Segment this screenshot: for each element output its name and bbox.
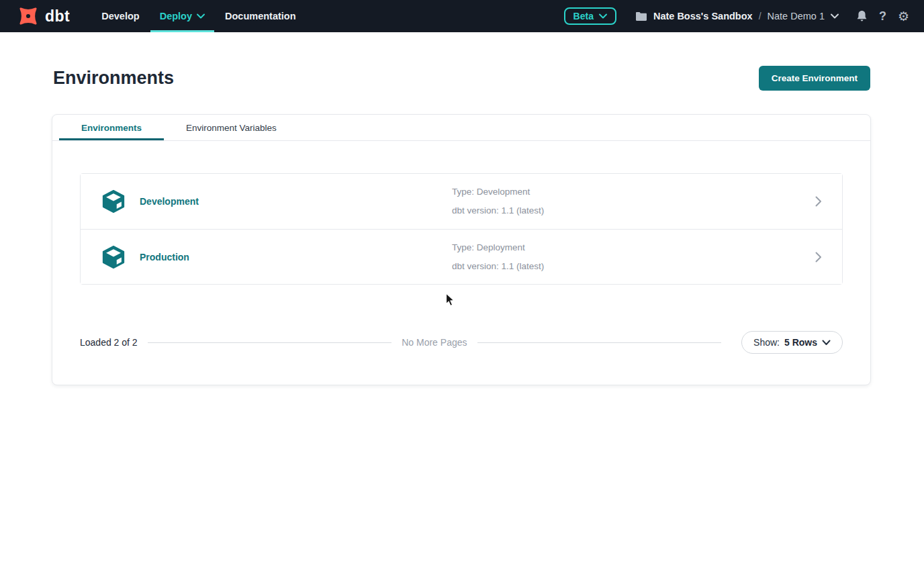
active-nav-underline xyxy=(150,30,214,32)
nav-item-documentation[interactable]: Documentation xyxy=(215,0,306,32)
environment-name[interactable]: Development xyxy=(140,196,452,207)
environments-card: Environments Environment Variables Devel… xyxy=(52,114,871,385)
no-more-pages-text: No More Pages xyxy=(402,337,467,348)
tab-environment-variables[interactable]: Environment Variables xyxy=(164,115,299,140)
bell-icon[interactable] xyxy=(856,10,868,23)
tab-environments[interactable]: Environments xyxy=(59,115,164,140)
beta-dropdown-button[interactable]: Beta xyxy=(564,7,616,25)
rows-per-page-dropdown[interactable]: Show: 5 Rows xyxy=(741,331,843,354)
environment-type: Type: Deployment xyxy=(452,238,815,257)
environment-cube-icon xyxy=(101,189,126,214)
environment-cube-icon xyxy=(101,244,126,270)
beta-label: Beta xyxy=(573,11,594,21)
dbt-logo[interactable]: dbt xyxy=(16,4,70,28)
dbt-logo-text: dbt xyxy=(45,7,70,26)
breadcrumb: Nate Boss's Sandbox / Nate Demo 1 xyxy=(635,11,839,21)
loaded-count-text: Loaded 2 of 2 xyxy=(80,337,138,348)
chevron-right-icon[interactable] xyxy=(815,196,822,207)
environment-row-development[interactable]: Development Type: Development dbt versio… xyxy=(81,174,842,229)
pagination-bar: Loaded 2 of 2 No More Pages Show: 5 Rows xyxy=(80,331,843,354)
chevron-down-icon xyxy=(197,13,205,19)
breadcrumb-project[interactable]: Nate Demo 1 xyxy=(768,11,825,21)
nav-item-deploy[interactable]: Deploy xyxy=(150,0,215,32)
chevron-down-icon xyxy=(822,340,831,346)
pagination-divider-line xyxy=(477,342,722,343)
environment-dbt-version: dbt version: 1.1 (latest) xyxy=(452,257,815,276)
pagination-divider-line xyxy=(148,342,392,343)
page-title: Environments xyxy=(53,68,174,89)
breadcrumb-separator: / xyxy=(759,11,761,21)
nav-item-develop[interactable]: Develop xyxy=(91,0,149,32)
nav-item-label: Documentation xyxy=(225,11,296,21)
chevron-down-icon[interactable] xyxy=(831,13,839,19)
environment-meta: Type: Development dbt version: 1.1 (late… xyxy=(452,183,815,220)
dbt-logo-icon xyxy=(16,4,40,28)
show-label: Show: xyxy=(753,337,780,348)
environment-type: Type: Development xyxy=(452,183,815,201)
environment-name[interactable]: Production xyxy=(140,252,452,262)
environment-row-production[interactable]: Production Type: Deployment dbt version:… xyxy=(81,229,842,284)
show-value: 5 Rows xyxy=(784,337,817,348)
environment-meta: Type: Deployment dbt version: 1.1 (lates… xyxy=(452,238,815,276)
create-environment-button[interactable]: Create Environment xyxy=(759,66,870,91)
help-icon[interactable]: ? xyxy=(879,9,886,23)
breadcrumb-account[interactable]: Nate Boss's Sandbox xyxy=(653,11,753,21)
card-body: Development Type: Development dbt versio… xyxy=(52,141,870,385)
gear-icon[interactable]: ⚙ xyxy=(898,10,909,23)
nav-item-label: Deploy xyxy=(160,11,192,21)
nav-item-label: Develop xyxy=(101,11,139,21)
chevron-down-icon xyxy=(599,13,607,19)
folder-icon xyxy=(635,11,647,21)
environment-dbt-version: dbt version: 1.1 (latest) xyxy=(452,201,815,220)
tab-bar: Environments Environment Variables xyxy=(52,115,870,141)
environment-list: Development Type: Development dbt versio… xyxy=(80,173,843,285)
chevron-right-icon[interactable] xyxy=(815,252,822,262)
nav-icon-group: ? ⚙ xyxy=(856,9,909,23)
top-nav: dbt Develop Deploy Documentation Beta Na… xyxy=(0,0,924,32)
page-header: Environments Create Environment xyxy=(0,32,924,91)
